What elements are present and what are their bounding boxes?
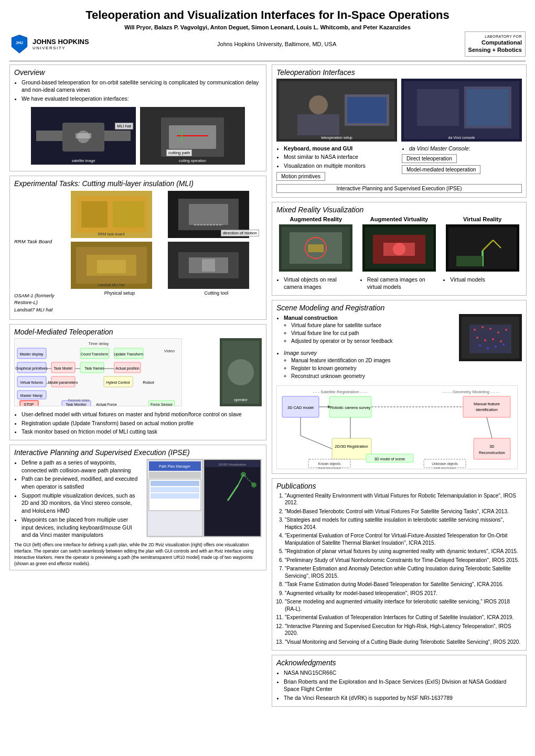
svg-text:2D/3D Registration: 2D/3D Registration	[335, 444, 368, 449]
svg-point-128	[500, 340, 502, 342]
mli-hat-label: MLI hat	[115, 123, 133, 129]
svg-text:Desired state: Desired state	[68, 398, 89, 402]
mixed-reality-section: Mixed Reality Visualization Augmented Re…	[272, 202, 527, 296]
svg-text:Path Plan Manager: Path Plan Manager	[159, 465, 191, 469]
mm-photo: operator	[220, 338, 262, 406]
svg-text:Hybrid Control: Hybrid Control	[106, 381, 130, 385]
svg-text:Force Sensor: Force Sensor	[151, 403, 173, 406]
svg-rect-16	[113, 201, 144, 228]
svg-text:3D model of scene: 3D model of scene	[374, 457, 405, 461]
svg-text:Master Manip: Master Manip	[20, 394, 43, 398]
cutting-path-label: cutting path	[166, 149, 192, 156]
scene-manual-sub: Virtual fixture plane for satellite surf…	[284, 322, 455, 345]
scene-bullets: Manual construction Virtual fixture plan…	[276, 314, 455, 345]
teleop-img-2: da Vinci console	[401, 79, 522, 142]
svg-rect-80	[204, 460, 261, 536]
csr-logo: LABORATORY FOR Computational Sensing + R…	[465, 31, 526, 57]
cutting-tool-label: Cutting tool	[205, 290, 229, 296]
scene-image-italic: Image survey	[284, 350, 317, 356]
pub-9: "Augmented virtuality for model-based te…	[285, 590, 522, 597]
mr-vr-col: Virtual Reality	[443, 216, 522, 273]
teleop-left-bullets: Keyboard, mouse and GUI Most similar to …	[276, 145, 397, 182]
sat-reg-area: - - - Satellite Registration - - - - - -…	[276, 385, 522, 470]
svg-rect-7	[76, 133, 91, 138]
teleop-section: Teleoperation Interfaces teleoperation s…	[272, 64, 527, 198]
svg-text:Unknown objects: Unknown objects	[432, 462, 458, 466]
ack-title: Acknowledgments	[276, 658, 522, 667]
mr-bullet-2: Real camera images on virtual models	[367, 276, 439, 291]
svg-line-157	[301, 436, 332, 449]
pub-8: "Task Frame Estimation during Model-Base…	[285, 581, 522, 588]
mr-ar-image	[279, 224, 352, 272]
svg-text:da Vinci console: da Vinci console	[448, 136, 475, 139]
teleop-bullets-right: da Vinci Master Console:	[402, 145, 522, 153]
ipse-title: Interactive Planning and Supervised Exec…	[14, 448, 262, 457]
jhu-shield-icon: JHU	[9, 34, 29, 54]
svg-text:Reconstruction: Reconstruction	[479, 450, 505, 455]
ack-2: Brian Roberts and the Exploration and In…	[284, 678, 522, 693]
mr-bullets-row: Virtual objects on real camera images Re…	[276, 276, 522, 292]
mr-bullet-1-col: Virtual objects on real camera images	[276, 276, 356, 292]
motion-primitives-button[interactable]: Motion primitives	[276, 172, 325, 181]
pub-2: "Model-Based Telerobotic Control with Vi…	[285, 508, 522, 515]
teleop-bullets-left: Keyboard, mouse and GUI Most similar to …	[276, 145, 397, 170]
overview-title: Overview	[14, 68, 262, 77]
mr-vr-image	[446, 224, 519, 272]
mr-right-bullets: Virtual models	[443, 276, 522, 284]
svg-rect-105	[308, 244, 324, 252]
teleop-bullets-row: Keyboard, mouse and GUI Most similar to …	[276, 145, 522, 182]
ipse-button[interactable]: Interactive Planning and Supervised Exec…	[276, 184, 522, 193]
svg-text:Actual position: Actual position	[115, 366, 140, 371]
svg-text:- - - Satellite Registration -: - - - Satellite Registration - - -	[313, 390, 367, 394]
svg-point-123	[497, 331, 499, 333]
svg-text:RRM task board: RRM task board	[98, 232, 125, 236]
svg-point-121	[482, 326, 484, 328]
svg-rect-97	[417, 89, 459, 126]
svg-point-124	[505, 329, 507, 331]
pub-title: Publications	[276, 482, 522, 490]
scene-manual-2: Virtual fixture line for cut path	[291, 330, 455, 337]
svg-point-129	[479, 344, 481, 347]
svg-rect-91	[297, 114, 339, 135]
authors: Will Pryor, Balazs P. Vagvolgyi, Anton D…	[9, 24, 526, 30]
svg-point-110	[393, 243, 405, 255]
svg-text:Actual Force: Actual Force	[96, 403, 116, 406]
pub-7: "Parameter Estimation and Anomaly Detect…	[285, 565, 522, 579]
svg-text:operator: operator	[234, 398, 248, 402]
svg-text:JHU: JHU	[16, 41, 23, 45]
ipse-bullet-2: Path can be previewed, modified, and exe…	[22, 475, 141, 490]
teleop-btn-model-wrap: Model-mediated teleoperation	[402, 165, 522, 175]
svg-point-131	[495, 345, 497, 348]
svg-text:2D/3D Visualization: 2D/3D Visualization	[219, 463, 246, 466]
mm-teleop-diagram: Time delay Master display Graphical prim…	[14, 338, 182, 406]
scene-image-sub: Manual feature identification on 2D imag…	[284, 357, 455, 380]
teleop-btn-direct-wrap: Direct teleoperation	[402, 154, 522, 164]
svg-text:Graphical primitives: Graphical primitives	[15, 366, 48, 371]
header-divider	[9, 61, 526, 61]
affiliation: Johns Hopkins University, Baltimore, MD,…	[217, 41, 336, 47]
mr-columns: Augmented Reality Augmented Virtuality	[276, 216, 522, 273]
svg-rect-20	[189, 204, 228, 225]
teleop-bullet-keyboard: Keyboard, mouse and GUI	[284, 145, 397, 153]
mr-bullet-3: Virtual models	[450, 276, 522, 284]
svg-rect-78	[151, 487, 199, 492]
scene-image-title: Image survey Manual feature identificati…	[284, 349, 455, 380]
poster: Teleoperation and Visualization Interfac…	[0, 0, 535, 716]
svg-text:Task frames: Task frames	[84, 366, 104, 370]
mm-bullets: User-defined model with virtual fixtures…	[14, 411, 262, 436]
ipse-text: Define a path as a series of waypoints, …	[14, 459, 141, 540]
mr-left-bullets: Virtual objects on real camera images	[276, 276, 356, 291]
svg-point-90	[309, 95, 328, 114]
mli-img-cutting-top: direction of motion	[168, 191, 262, 239]
svg-text:Robotic camera survey: Robotic camera survey	[330, 405, 371, 410]
model-mediated-button[interactable]: Model-mediated teleoperation	[402, 165, 480, 174]
svg-text:Manual feature: Manual feature	[474, 402, 500, 406]
mli-img-landsat: Landsat MLI hat	[71, 242, 152, 289]
direct-teleoperation-button[interactable]: Direct teleoperation	[402, 154, 457, 163]
ack-3: The da Vinci Research Kit (dVRK) is supp…	[284, 694, 522, 702]
mm-title: Model-Mediated Teleoperation	[14, 328, 262, 336]
mli-label-spacer	[14, 191, 67, 238]
ack-1: NASA NNG15CR66C	[284, 669, 522, 677]
teleop-images: teleoperation setup da Vinci console	[276, 79, 522, 142]
ipse-bullet-4: Waypoints can be placed from multiple us…	[22, 516, 141, 539]
